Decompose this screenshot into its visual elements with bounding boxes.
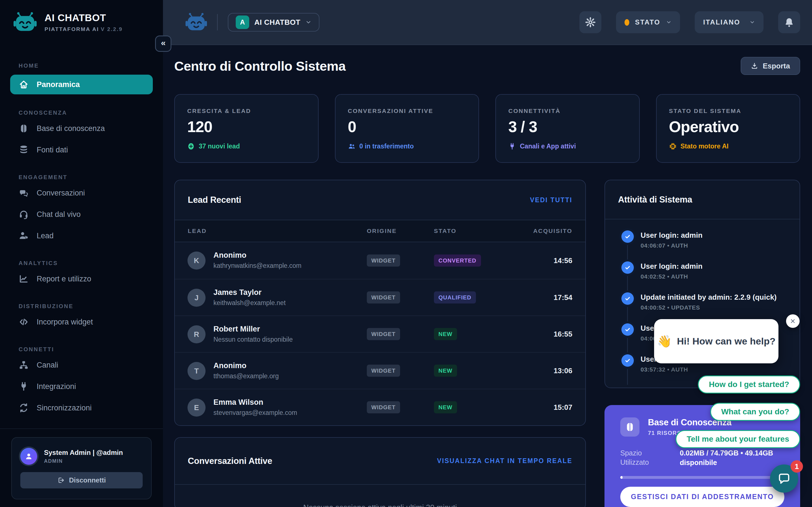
- notifications-button[interactable]: [778, 11, 800, 33]
- active-conversations-card: Conversazioni Attive VISUALIZZA CHAT IN …: [174, 437, 586, 507]
- logout-button[interactable]: Disconnetti: [20, 472, 143, 489]
- robot-logo-blue-icon: [186, 12, 207, 33]
- leads-table-header: LEAD ORIGINE STATO ACQUISITO: [175, 220, 585, 242]
- origin-badge: WIDGET: [367, 291, 400, 304]
- table-row[interactable]: K Anonimo kathrynwatkins@example.com WID…: [175, 242, 585, 279]
- lead-avatar: T: [188, 362, 206, 380]
- person-tag-icon: [18, 231, 29, 241]
- stat-card-crescita-lead: CRESCITA & LEAD 120 37 nuovi lead: [174, 94, 319, 163]
- lead-time: 15:07: [554, 403, 573, 412]
- manage-training-data-button[interactable]: GESTISCI DATI DI ADDESTRAMENTO: [620, 487, 784, 507]
- origin-badge: WIDGET: [367, 401, 400, 413]
- status-dot-icon: [624, 19, 629, 25]
- nav-section-analytics: ANALYTICS: [18, 260, 153, 267]
- activity-meta: 04:06:07 • AUTH: [641, 242, 703, 249]
- activity-text: Update initiated by admin: 2.2.9 (quick): [641, 293, 777, 302]
- sidebar-item-lead[interactable]: Lead: [10, 227, 153, 245]
- quick-reply-button[interactable]: How do I get started?: [698, 376, 800, 393]
- lead-name: Emma Wilson: [213, 398, 263, 407]
- lead-time: 16:55: [554, 330, 573, 339]
- gear-icon: [585, 17, 596, 27]
- sidebar-divider: [0, 429, 163, 429]
- chat-close-button[interactable]: [786, 314, 800, 328]
- lead-name: Robert Miller: [213, 325, 260, 334]
- page-title: Centro di Controllo Sistema: [174, 58, 346, 74]
- storage-value: 0.02MB / 74.79GB • 49.14GB disponibile: [680, 448, 784, 467]
- sidebar-item-report-e-utilizzo[interactable]: Report e utilizzo: [10, 270, 153, 288]
- table-row[interactable]: E Emma Wilson stevenvargas@example.com W…: [175, 389, 585, 425]
- brand-subtitle: PIATTAFORMA AIV 2.2.9: [45, 26, 123, 33]
- close-icon: [790, 318, 796, 324]
- sidebar-item-incorpora-widget[interactable]: Incorpora widget: [10, 313, 153, 331]
- status-dropdown[interactable]: STATO: [616, 11, 680, 33]
- chevron-down-icon: [666, 19, 672, 25]
- sidebar-collapse-button[interactable]: «: [155, 36, 171, 52]
- origin-badge: WIDGET: [367, 255, 400, 267]
- chat-bubble-icon: [777, 472, 791, 485]
- empty-state-text: Nessuna sessione attiva negli ultimi 30 …: [175, 503, 585, 507]
- bell-icon: [784, 17, 795, 27]
- sidebar-item-conversazioni[interactable]: Conversazioni: [10, 184, 153, 202]
- bot-selector[interactable]: A AI CHATBOT: [228, 13, 319, 32]
- chevron-down-icon: [305, 19, 312, 25]
- activity-text: User login: admin: [641, 262, 703, 271]
- lead-contact: kathrynwatkins@example.com: [213, 262, 301, 270]
- sidebar: AI CHATBOT PIATTAFORMA AIV 2.2.9 HOME Pa…: [0, 0, 163, 507]
- stat-value: 3 / 3: [508, 118, 627, 136]
- headset-icon: [18, 209, 29, 219]
- nav-section-connetti: CONNETTI: [18, 346, 153, 353]
- lead-name: Anonimo: [213, 361, 246, 370]
- stat-value: 120: [187, 118, 306, 136]
- brand-version: V 2.2.9: [101, 26, 123, 32]
- stat-value: Operativo: [669, 118, 788, 136]
- chat-bubbles-icon: [18, 188, 29, 198]
- stat-value: 0: [348, 118, 466, 136]
- sitemap-icon: [18, 360, 29, 370]
- home-icon: [18, 79, 29, 90]
- origin-badge: WIDGET: [367, 365, 400, 377]
- user-name: System Admin | @admin: [44, 449, 123, 457]
- activity-text: User login: admin: [641, 231, 703, 240]
- table-row[interactable]: T Anonimo tthomas@example.org WIDGET NEW…: [175, 352, 585, 389]
- lead-avatar: R: [188, 325, 206, 343]
- plug-icon: [18, 381, 29, 392]
- sidebar-item-base-di-conoscenza[interactable]: Base di conoscenza: [10, 119, 153, 137]
- lead-contact: Nessun contatto disponibile: [213, 336, 293, 343]
- lead-avatar: J: [188, 289, 206, 307]
- lead-name: Anonimo: [213, 251, 246, 260]
- settings-button[interactable]: [579, 11, 601, 33]
- sidebar-item-canali[interactable]: Canali: [10, 356, 153, 374]
- brand-name: AI CHATBOT: [45, 12, 123, 23]
- language-dropdown[interactable]: ITALIANO: [695, 11, 763, 33]
- quick-reply-button[interactable]: Tell me about your features: [675, 430, 800, 448]
- sidebar-item-integrazioni[interactable]: Integrazioni: [10, 378, 153, 395]
- sidebar-item-panoramica[interactable]: Panoramica: [10, 75, 153, 94]
- nav-section-distribuzione: DISTRIBUZIONE: [18, 303, 153, 309]
- stat-card-conversazioni-attive: CONVERSAZIONI ATTIVE 0 0 in trasferiment…: [335, 94, 479, 163]
- table-row[interactable]: R Robert Miller Nessun contatto disponib…: [175, 316, 585, 352]
- code-icon: [18, 317, 29, 327]
- sidebar-nav: HOME Panoramica CONOSCENZA Base di conos…: [0, 62, 163, 417]
- brain-icon: [18, 123, 29, 133]
- status-badge: CONVERTED: [434, 255, 481, 267]
- table-row[interactable]: J James Taylor keithwalsh@example.net WI…: [175, 279, 585, 316]
- logout-icon: [57, 476, 64, 484]
- nav-section-engagement: ENGAGEMENT: [18, 174, 153, 180]
- lead-avatar: E: [188, 399, 206, 416]
- wave-emoji-icon: 👋: [657, 334, 672, 348]
- plus-circle-icon: [187, 143, 195, 150]
- users-icon: [348, 143, 356, 150]
- robot-logo-icon: [13, 11, 37, 33]
- status-badge: NEW: [434, 365, 457, 377]
- export-button[interactable]: Esporta: [741, 57, 800, 75]
- view-all-link[interactable]: VEDI TUTTI: [530, 196, 572, 204]
- chevron-down-icon: [749, 19, 755, 25]
- lead-time: 17:54: [554, 293, 573, 302]
- sidebar-item-sincronizzazioni[interactable]: Sincronizzazioni: [10, 399, 153, 417]
- conversations-title: Conversazioni Attive: [188, 456, 272, 466]
- sidebar-item-chat-dal-vivo[interactable]: Chat dal vivo: [10, 205, 153, 223]
- live-chat-link[interactable]: VISUALIZZA CHAT IN TEMPO REALE: [437, 457, 572, 465]
- leads-title: Lead Recenti: [188, 195, 241, 205]
- sidebar-item-fonti-dati[interactable]: Fonti dati: [10, 141, 153, 159]
- quick-reply-button[interactable]: What can you do?: [710, 403, 800, 421]
